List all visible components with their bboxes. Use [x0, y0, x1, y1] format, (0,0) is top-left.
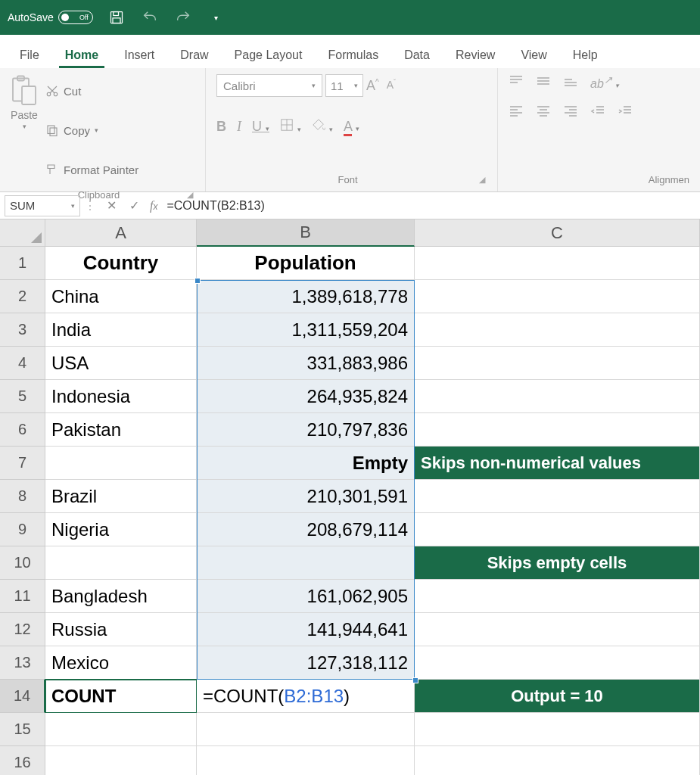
cell-a5[interactable]: Indonesia — [45, 380, 197, 413]
cut-button[interactable]: Cut — [45, 74, 138, 107]
cell-a10[interactable] — [45, 546, 197, 580]
cell-c4[interactable] — [415, 347, 700, 380]
cell-c13[interactable] — [415, 646, 700, 680]
cell-c6[interactable] — [415, 413, 700, 447]
cell-b9[interactable]: 208,679,114 — [197, 513, 415, 546]
cell-b16[interactable] — [197, 746, 415, 775]
orientation-icon[interactable]: ab↗ ▾ — [590, 74, 619, 91]
row-header-16[interactable]: 16 — [0, 746, 45, 775]
tab-view[interactable]: View — [515, 41, 552, 68]
tab-page-layout[interactable]: Page Layout — [229, 41, 309, 68]
align-center-icon[interactable] — [536, 104, 551, 120]
row-header-3[interactable]: 3 — [0, 313, 45, 347]
italic-button[interactable]: I — [237, 119, 241, 135]
cell-b2[interactable]: 1,389,618,778 — [197, 280, 415, 313]
align-middle-icon[interactable] — [536, 75, 551, 90]
font-size-selector[interactable]: 11 ▾ — [325, 74, 363, 97]
cell-a6[interactable]: Pakistan — [45, 413, 197, 447]
cancel-formula-icon[interactable]: ✕ — [100, 198, 123, 213]
cell-c3[interactable] — [415, 313, 700, 347]
cell-c9[interactable] — [415, 513, 700, 546]
bold-button[interactable]: B — [216, 119, 226, 135]
font-name-selector[interactable]: Calibri ▾ — [216, 74, 322, 97]
cell-b8[interactable]: 210,301,591 — [197, 480, 415, 513]
cell-a9[interactable]: Nigeria — [45, 513, 197, 546]
cell-a16[interactable] — [45, 746, 197, 775]
cell-b12[interactable]: 141,944,641 — [197, 613, 415, 646]
align-top-icon[interactable] — [509, 75, 524, 90]
cell-c15[interactable] — [415, 713, 700, 746]
cell-a15[interactable] — [45, 713, 197, 746]
row-header-5[interactable]: 5 — [0, 380, 45, 413]
tab-home[interactable]: Home — [59, 41, 104, 68]
cell-a1[interactable]: Country — [45, 247, 197, 280]
font-color-button[interactable]: A ▾ — [344, 119, 359, 135]
cell-a13[interactable]: Mexico — [45, 646, 197, 680]
cell-b11[interactable]: 161,062,905 — [197, 580, 415, 613]
name-box[interactable]: SUM ▾ — [5, 195, 80, 216]
row-header-4[interactable]: 4 — [0, 347, 45, 380]
redo-icon[interactable] — [173, 8, 193, 27]
row-header-10[interactable]: 10 — [0, 546, 45, 580]
cell-c7[interactable]: Skips non-numerical values — [415, 447, 700, 480]
cell-c14[interactable]: Output = 10 — [415, 680, 700, 713]
row-header-15[interactable]: 15 — [0, 713, 45, 746]
undo-icon[interactable] — [140, 8, 160, 27]
insert-function-icon[interactable]: fx — [145, 199, 162, 213]
cell-a4[interactable]: USA — [45, 347, 197, 380]
tab-review[interactable]: Review — [450, 41, 501, 68]
row-header-6[interactable]: 6 — [0, 413, 45, 447]
select-all-corner[interactable] — [0, 219, 45, 247]
enter-formula-icon[interactable]: ✓ — [123, 198, 145, 213]
cell-b7[interactable]: Empty — [197, 447, 415, 480]
cell-b5[interactable]: 264,935,824 — [197, 380, 415, 413]
cell-b10[interactable] — [197, 546, 415, 580]
cell-a7[interactable] — [45, 447, 197, 480]
cell-c12[interactable] — [415, 613, 700, 646]
formula-input[interactable] — [162, 195, 695, 216]
cell-a2[interactable]: China — [45, 280, 197, 313]
cell-a14[interactable]: COUNT — [45, 680, 197, 713]
row-header-1[interactable]: 1 — [0, 247, 45, 280]
cell-c5[interactable] — [415, 380, 700, 413]
decrease-font-icon[interactable]: Aˇ — [387, 78, 396, 94]
col-header-a[interactable]: A — [45, 219, 197, 247]
row-header-14[interactable]: 14 — [0, 680, 45, 713]
row-header-13[interactable]: 13 — [0, 646, 45, 680]
fill-color-button[interactable]: ▾ — [312, 118, 333, 135]
underline-button[interactable]: U ▾ — [252, 119, 269, 135]
cell-b14[interactable]: =COUNT(B2:B13) — [197, 680, 415, 713]
save-icon[interactable] — [107, 8, 126, 27]
format-painter-button[interactable]: Format Painter — [45, 153, 138, 186]
row-header-9[interactable]: 9 — [0, 513, 45, 546]
cell-c11[interactable] — [415, 580, 700, 613]
tab-data[interactable]: Data — [398, 41, 436, 68]
cell-b15[interactable] — [197, 713, 415, 746]
copy-button[interactable]: Copy ▾ — [45, 114, 138, 147]
align-left-icon[interactable] — [509, 104, 524, 120]
row-header-2[interactable]: 2 — [0, 280, 45, 313]
increase-font-icon[interactable]: A^ — [366, 78, 379, 94]
tab-help[interactable]: Help — [567, 41, 604, 68]
font-dialog-launcher-icon[interactable]: ◢ — [479, 175, 487, 185]
cell-a8[interactable]: Brazil — [45, 480, 197, 513]
tab-file[interactable]: File — [14, 41, 45, 68]
tab-formulas[interactable]: Formulas — [322, 41, 384, 68]
cell-c10[interactable]: Skips empty cells — [415, 546, 700, 580]
cell-a3[interactable]: India — [45, 313, 197, 347]
cell-b6[interactable]: 210,797,836 — [197, 413, 415, 447]
row-header-12[interactable]: 12 — [0, 613, 45, 646]
align-bottom-icon[interactable] — [563, 75, 578, 90]
cell-b4[interactable]: 331,883,986 — [197, 347, 415, 380]
col-header-c[interactable]: C — [415, 219, 700, 247]
cell-b1[interactable]: Population — [197, 247, 415, 280]
autosave-toggle[interactable]: AutoSave Off — [8, 11, 93, 24]
increase-indent-icon[interactable] — [618, 104, 633, 120]
border-button[interactable]: ▾ — [280, 118, 301, 135]
cell-c1[interactable] — [415, 247, 700, 280]
align-right-icon[interactable] — [563, 104, 578, 120]
row-header-8[interactable]: 8 — [0, 480, 45, 513]
cell-b13[interactable]: 127,318,112 — [197, 646, 415, 680]
decrease-indent-icon[interactable] — [590, 104, 605, 120]
col-header-b[interactable]: B — [197, 219, 415, 247]
